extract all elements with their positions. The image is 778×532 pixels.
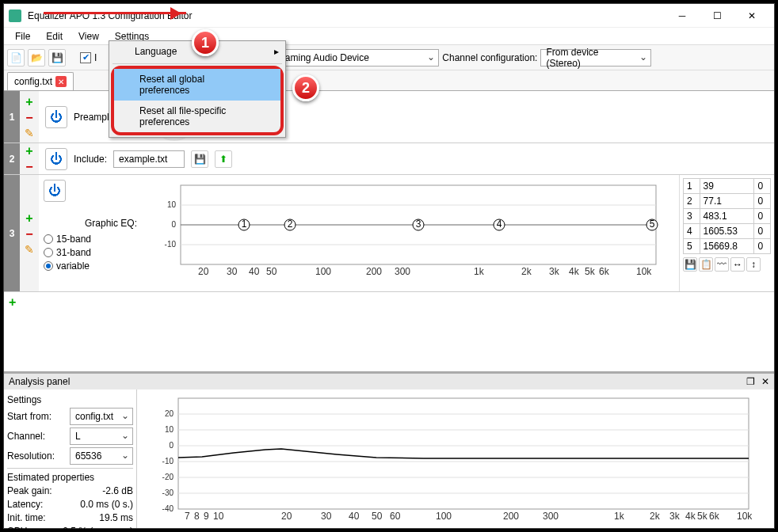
menu-reset-global[interactable]: Reset all global preferences [114, 69, 280, 101]
svg-text:10: 10 [167, 200, 177, 209]
open-file-icon[interactable]: 📂 [28, 49, 45, 66]
svg-text:0: 0 [169, 441, 174, 450]
callout-1: 1 [192, 29, 219, 56]
callout-2: 2 [292, 74, 319, 101]
radio-15band[interactable]: 15-band [44, 234, 137, 245]
svg-text:300: 300 [543, 511, 559, 522]
channel-config-label: Channel configuration: [442, 52, 537, 63]
svg-text:3: 3 [416, 218, 421, 230]
eq-tool-flat-icon[interactable]: ↔ [730, 257, 745, 272]
remove-icon[interactable]: − [25, 160, 32, 174]
new-file-icon[interactable]: 📄 [7, 49, 25, 66]
power-icon[interactable]: ⏻ [44, 180, 66, 202]
row-number: 3 [4, 175, 20, 291]
app-window: Equalizer APO 1.3 Configuration Editor ─… [3, 3, 775, 529]
svg-text:5: 5 [650, 218, 655, 230]
add-icon[interactable]: + [25, 95, 32, 109]
tab-label: config.txt [14, 76, 52, 87]
svg-text:50: 50 [372, 511, 383, 522]
eq-tool-copy-icon[interactable]: 📋 [699, 257, 713, 272]
svg-text:300: 300 [395, 266, 410, 277]
titlebar: Equalizer APO 1.3 Configuration Editor ─… [4, 4, 774, 28]
svg-text:200: 200 [503, 511, 519, 522]
svg-text:-30: -30 [162, 488, 174, 497]
svg-text:10: 10 [213, 511, 224, 522]
svg-text:4k: 4k [685, 511, 696, 522]
close-panel-icon[interactable]: ✕ [761, 376, 769, 387]
svg-text:10k: 10k [636, 266, 652, 277]
svg-text:20: 20 [281, 511, 292, 522]
up-arrow-icon[interactable]: ⬆ [215, 150, 232, 168]
menu-file[interactable]: File [7, 28, 38, 44]
eq-tool-save-icon[interactable]: 💾 [683, 257, 697, 272]
estimated-header: Estimated properties [7, 472, 133, 483]
svg-text:20: 20 [198, 266, 209, 277]
edit-icon[interactable]: ✎ [25, 243, 34, 256]
channel-config-select[interactable]: From device (Stereo) [540, 49, 651, 66]
radio-variable[interactable]: variable [44, 260, 137, 272]
svg-text:40: 40 [349, 511, 360, 522]
power-icon[interactable]: ⏻ [45, 148, 67, 170]
instant-label: I [94, 52, 97, 63]
menu-view[interactable]: View [71, 28, 107, 44]
channel-select[interactable]: L [70, 428, 133, 445]
analysis-graph[interactable]: 20 10 0 -10 -20 -30 -40 7 8 9 10 20 30 [137, 390, 774, 528]
include-label: Include: [74, 154, 107, 165]
filter-row-2: 2 + − ⏻ Include: 💾 ⬆ [4, 143, 774, 175]
row-number: 1 [4, 91, 20, 142]
remove-icon[interactable]: − [25, 227, 32, 241]
svg-text:3k: 3k [549, 266, 560, 277]
svg-text:30: 30 [227, 266, 238, 277]
edit-icon[interactable]: ✎ [25, 127, 34, 139]
dock-icon[interactable]: ❐ [746, 376, 755, 387]
settings-header: Settings [7, 394, 133, 405]
menu-edit[interactable]: Edit [38, 28, 71, 44]
svg-text:1k: 1k [474, 266, 485, 277]
svg-text:3k: 3k [669, 511, 681, 522]
svg-text:1: 1 [242, 218, 247, 230]
svg-rect-31 [178, 398, 749, 509]
svg-text:8: 8 [194, 511, 200, 522]
radio-31band[interactable]: 31-band [44, 247, 137, 258]
svg-text:10: 10 [165, 425, 174, 434]
tab-close-icon[interactable]: ✕ [55, 76, 67, 87]
svg-text:-20: -20 [162, 473, 174, 481]
maximize-button[interactable]: ☐ [700, 5, 734, 27]
add-filter-row: + [4, 292, 774, 313]
svg-text:2k: 2k [650, 511, 661, 522]
menu-separator [113, 63, 282, 64]
tab-config[interactable]: config.txt ✕ [7, 72, 74, 90]
instant-checkbox[interactable]: ✔ [80, 52, 91, 63]
svg-text:200: 200 [366, 266, 382, 277]
power-icon[interactable]: ⏻ [45, 106, 67, 128]
minimize-button[interactable]: ─ [665, 5, 700, 27]
start-from-select[interactable]: config.txt [70, 408, 133, 425]
eq-tool-wave-icon[interactable]: 〰 [715, 257, 729, 272]
svg-text:30: 30 [321, 511, 332, 522]
menu-reset-file-specific[interactable]: Reset all file-specific preferences [114, 101, 280, 132]
svg-text:2: 2 [288, 218, 293, 230]
remove-icon[interactable]: − [25, 111, 32, 125]
add-icon[interactable]: + [25, 211, 32, 226]
svg-text:60: 60 [390, 511, 401, 522]
svg-text:-40: -40 [162, 504, 174, 513]
svg-text:5k: 5k [585, 266, 596, 277]
svg-text:2k: 2k [521, 266, 532, 277]
add-icon[interactable]: + [25, 144, 32, 158]
eq-graph[interactable]: 10 0 -10 20 30 40 50 100 200 300 1k 2 [142, 175, 679, 291]
analysis-panel: Analysis panel ❐ ✕ Settings Start from:c… [4, 371, 774, 528]
analysis-title: Analysis panel [9, 376, 70, 387]
save-icon[interactable]: 💾 [48, 49, 66, 66]
svg-text:4: 4 [497, 218, 502, 230]
svg-text:40: 40 [249, 266, 260, 277]
annotation-arrow [44, 12, 186, 14]
add-icon[interactable]: + [9, 295, 16, 309]
svg-text:9: 9 [204, 511, 209, 522]
eq-table: 1390 277.10 3483.10 41605.530 515669.80 … [679, 175, 774, 291]
eq-tool-invert-icon[interactable]: ↕ [746, 257, 761, 272]
include-input[interactable] [113, 150, 185, 168]
close-button[interactable]: ✕ [734, 5, 769, 27]
svg-text:6k: 6k [599, 266, 610, 277]
resolution-select[interactable]: 65536 [70, 447, 133, 465]
save-include-icon[interactable]: 💾 [191, 150, 208, 168]
